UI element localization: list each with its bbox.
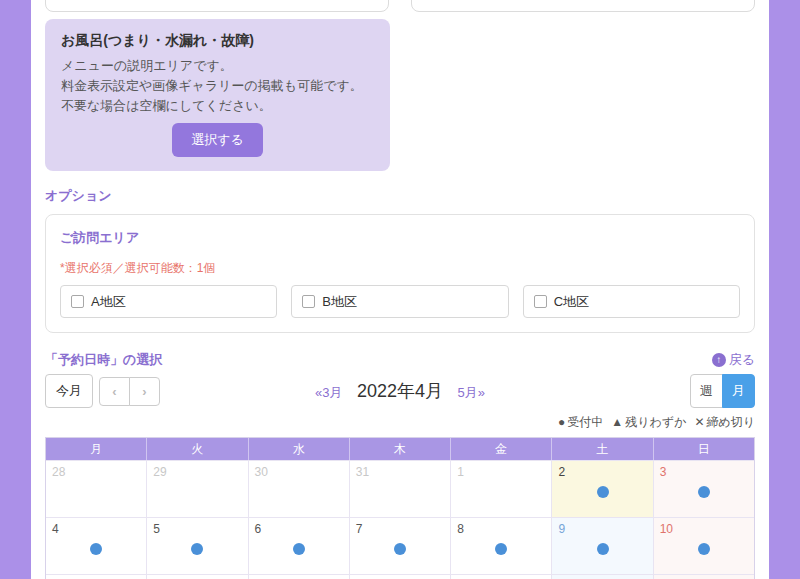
calendar-date-number: 4: [46, 518, 146, 536]
week-view-button[interactable]: 週: [690, 374, 723, 408]
menu-card-description-line: メニューの説明エリアです。: [61, 56, 374, 76]
calendar-cell[interactable]: 7: [350, 518, 451, 574]
checkbox-icon[interactable]: [71, 295, 84, 308]
area-choice[interactable]: C地区: [523, 285, 740, 318]
next-month-button[interactable]: ›: [129, 377, 160, 406]
calendar-date-number: 1: [451, 461, 551, 479]
weekday-header-cell: 金: [451, 438, 552, 460]
calendar-cell[interactable]: 6: [249, 518, 350, 574]
prev-month-link[interactable]: «3月: [315, 385, 342, 400]
calendar-date-number: 12: [147, 575, 247, 579]
weekday-header-cell: 土: [552, 438, 653, 460]
weekday-header-cell: 火: [147, 438, 248, 460]
availability-dot-icon[interactable]: [293, 543, 305, 555]
weekday-header-cell: 月: [46, 438, 147, 460]
content-area: お風呂(つまり・水漏れ・故障) メニューの説明エリアです。料金表示設定や画像ギャ…: [31, 0, 769, 579]
calendar-cell[interactable]: 11: [46, 575, 147, 579]
legend-item: ●受付中: [558, 415, 603, 429]
calendar-cell[interactable]: 14: [350, 575, 451, 579]
calendar-cell: 29: [147, 461, 248, 517]
calendar-cell[interactable]: 16: [552, 575, 653, 579]
availability-dot-icon[interactable]: [191, 543, 203, 555]
menu-card-description-line: 不要な場合は空欄にしてください。: [61, 96, 374, 116]
availability-dot-icon[interactable]: [394, 543, 406, 555]
today-button[interactable]: 今月: [45, 374, 93, 408]
area-choice-label: A地区: [91, 293, 126, 311]
calendar-cell[interactable]: 10: [654, 518, 754, 574]
calendar-cell[interactable]: 4: [46, 518, 147, 574]
calendar-week-row: 11121314151617: [46, 574, 754, 579]
availability-dot-icon[interactable]: [495, 543, 507, 555]
calendar-date-number: 6: [249, 518, 349, 536]
visit-area-choices: A地区B地区C地区: [60, 285, 740, 318]
weekday-header-cell: 水: [249, 438, 350, 460]
availability-dot-icon[interactable]: [698, 543, 710, 555]
legend-締め切り-icon: ✕: [694, 415, 704, 429]
availability-dot-icon[interactable]: [597, 486, 609, 498]
chevron-left-icon: ‹: [112, 384, 116, 399]
calendar-date-number: 31: [350, 461, 450, 479]
calendar-cell[interactable]: 13: [249, 575, 350, 579]
area-choice-label: C地区: [554, 293, 589, 311]
area-choice[interactable]: A地区: [60, 285, 277, 318]
menu-card-partial-right: [411, 0, 755, 12]
calendar-date-number: 13: [249, 575, 349, 579]
chevron-right-icon: ›: [142, 384, 146, 399]
calendar-cell: 30: [249, 461, 350, 517]
calendar-cell: 1: [451, 461, 552, 517]
calendar-toolbar: 今月 ‹ › «3月 2022年4月 5月» 週 月: [45, 375, 755, 407]
calendar-cell[interactable]: 8: [451, 518, 552, 574]
area-choice[interactable]: B地区: [291, 285, 508, 318]
menu-card-bath: お風呂(つまり・水漏れ・故障) メニューの説明エリアです。料金表示設定や画像ギャ…: [45, 19, 390, 171]
top-partial-cards: [45, 0, 755, 12]
calendar-date-number: 16: [552, 575, 652, 579]
calendar-date-number: 5: [147, 518, 247, 536]
calendar-cell[interactable]: 12: [147, 575, 248, 579]
calendar-cell[interactable]: 5: [147, 518, 248, 574]
current-month-label: 2022年4月: [357, 381, 443, 401]
calendar-cell[interactable]: 2: [552, 461, 653, 517]
calendar-date-number: 2: [552, 461, 652, 479]
weekday-header-cell: 日: [654, 438, 754, 460]
calendar-body: 282930311234567891011121314151617: [46, 460, 754, 579]
availability-dot-icon[interactable]: [698, 486, 710, 498]
calendar-date-number: 17: [654, 575, 754, 579]
booking-title: 「予約日時」の選択: [45, 351, 162, 369]
menu-card-description: メニューの説明エリアです。料金表示設定や画像ギャラリーの掲載も可能です。不要な場…: [61, 56, 374, 116]
select-button[interactable]: 選択する: [172, 123, 263, 157]
calendar-date-number: 29: [147, 461, 247, 479]
checkbox-icon[interactable]: [534, 295, 547, 308]
checkbox-icon[interactable]: [302, 295, 315, 308]
availability-legend: ●受付中▲残りわずか✕締め切り: [45, 414, 755, 431]
next-month-link[interactable]: 5月»: [457, 385, 484, 400]
calendar-date-number: 7: [350, 518, 450, 536]
calendar-date-number: 15: [451, 575, 551, 579]
calendar-cell[interactable]: 3: [654, 461, 754, 517]
calendar-cell: 28: [46, 461, 147, 517]
view-toggle: 週 月: [690, 374, 755, 408]
calendar-date-number: 10: [654, 518, 754, 536]
visit-area-requirement: *選択必須／選択可能数：1個: [60, 260, 740, 277]
calendar-date-number: 30: [249, 461, 349, 479]
legend-item: ✕締め切り: [694, 415, 755, 429]
menu-card-title: お風呂(つまり・水漏れ・故障): [61, 32, 374, 50]
weekday-header-cell: 木: [350, 438, 451, 460]
calendar-date-number: 28: [46, 461, 146, 479]
menu-card-partial-left: [45, 0, 389, 12]
prev-month-button[interactable]: ‹: [99, 377, 130, 406]
availability-dot-icon[interactable]: [90, 543, 102, 555]
legend-item: ▲残りわずか: [611, 415, 686, 429]
calendar-date-number: 11: [46, 575, 146, 579]
month-view-button[interactable]: 月: [722, 374, 755, 408]
calendar-cell[interactable]: 17: [654, 575, 754, 579]
back-link[interactable]: ↑ 戻る: [712, 351, 755, 369]
availability-dot-icon[interactable]: [597, 543, 609, 555]
calendar-cell[interactable]: 9: [552, 518, 653, 574]
booking-calendar: 月火水木金土日 28293031123456789101112131415161…: [45, 437, 755, 579]
month-nav-buttons: ‹ ›: [99, 377, 160, 406]
back-link-label: 戻る: [729, 351, 755, 369]
calendar-cell[interactable]: 15: [451, 575, 552, 579]
legend-label: 締め切り: [706, 415, 755, 429]
calendar-date-number: 14: [350, 575, 450, 579]
legend-label: 残りわずか: [625, 415, 686, 429]
